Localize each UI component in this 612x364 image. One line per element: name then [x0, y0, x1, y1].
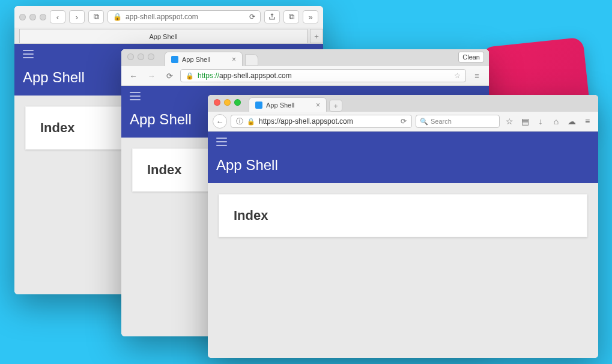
app-title: App Shell [216, 157, 590, 174]
app-bar: App Shell [208, 132, 598, 183]
tab-title: App Shell [149, 33, 177, 40]
tab-title: App Shell [266, 102, 294, 109]
close-window-icon[interactable] [214, 99, 220, 106]
tab-app-shell[interactable]: App Shell × [249, 97, 327, 112]
content-card: Index [219, 194, 587, 237]
new-tab-button[interactable]: + [310, 29, 323, 43]
favicon-icon [255, 102, 262, 109]
clean-button[interactable]: Clean [458, 52, 484, 62]
url-text: https://app-shell.appspot.com [259, 117, 397, 126]
firefox-menu-icon[interactable]: ≡ [581, 115, 593, 128]
search-box[interactable]: 🔍 Search [416, 115, 500, 128]
maximize-window-icon[interactable] [234, 99, 241, 106]
traffic-lights [127, 53, 154, 60]
url-text: app-shell.appspot.com [126, 13, 198, 21]
close-tab-icon[interactable]: × [232, 55, 236, 64]
close-tab-icon[interactable]: × [316, 101, 320, 109]
card-heading: Index [147, 162, 181, 177]
lock-icon: 🔒 [186, 72, 194, 80]
back-button[interactable]: ← [126, 69, 141, 82]
bookmark-icon[interactable]: ☆ [503, 115, 515, 128]
tab-title: App Shell [182, 56, 210, 63]
menu-icon[interactable] [216, 138, 227, 146]
reload-button[interactable]: ⟳ [162, 69, 177, 82]
reload-icon[interactable]: ⟳ [401, 117, 407, 126]
menu-icon[interactable] [130, 92, 141, 100]
search-placeholder: Search [431, 118, 452, 125]
back-button[interactable]: ‹ [50, 10, 65, 23]
bookmark-icon[interactable]: ☆ [454, 71, 461, 80]
traffic-lights [214, 99, 241, 106]
safari-tabstrip: App Shell + [14, 28, 323, 43]
chrome-menu-icon[interactable]: ≡ [470, 69, 484, 82]
lock-icon: 🔒 [247, 118, 255, 126]
forward-button: → [144, 69, 159, 82]
home-icon[interactable]: ⌂ [550, 115, 562, 128]
info-icon[interactable]: ⓘ [236, 117, 243, 127]
chrome-toolbar: ← → ⟳ 🔒 https://app-shell.appspot.com ☆ … [121, 66, 489, 85]
library-icon[interactable]: ▤ [519, 115, 531, 128]
safari-chrome: ‹ › ⧉ 🔒 app-shell.appspot.com ⟳ ⧉ » App … [14, 6, 323, 44]
downloads-icon[interactable]: ↓ [535, 115, 547, 128]
favicon-icon [171, 56, 178, 63]
minimize-window-icon[interactable] [138, 53, 144, 60]
overflow-button[interactable]: » [303, 10, 318, 23]
firefox-tabstrip: App Shell × + [208, 95, 598, 112]
forward-button[interactable]: › [69, 10, 85, 23]
lock-icon: 🔒 [113, 13, 122, 21]
firefox-chrome: App Shell × + ← ⓘ 🔒 https://app-shell.ap… [208, 95, 598, 132]
address-bar[interactable]: 🔒 https://app-shell.appspot.com ☆ [180, 69, 466, 82]
menu-icon[interactable] [23, 50, 34, 58]
chrome-chrome: App Shell × Clean ← → ⟳ 🔒 https://app-sh… [121, 49, 489, 86]
reload-icon[interactable]: ⟳ [249, 13, 255, 21]
minimize-window-icon[interactable] [224, 99, 231, 106]
firefox-toolstrip: ☆ ▤ ↓ ⌂ ☁ ≡ [503, 115, 593, 128]
maximize-window-icon[interactable] [40, 14, 46, 20]
share-icon [268, 13, 276, 20]
search-icon: 🔍 [420, 118, 428, 126]
tabs-button[interactable]: ⧉ [283, 10, 299, 23]
card-heading: Index [40, 120, 74, 135]
firefox-page: App Shell Index [208, 132, 598, 358]
firefox-toolbar: ← ⓘ 🔒 https://app-shell.appspot.com ⟳ 🔍 … [208, 112, 598, 131]
pocket-icon[interactable]: ☁ [566, 115, 578, 128]
new-tab-button[interactable] [245, 54, 258, 66]
address-bar[interactable]: ⓘ 🔒 https://app-shell.appspot.com ⟳ [231, 115, 412, 128]
traffic-lights [19, 14, 46, 20]
back-button[interactable]: ← [213, 114, 227, 129]
safari-toolbar: ‹ › ⧉ 🔒 app-shell.appspot.com ⟳ ⧉ » [14, 6, 323, 28]
card-heading: Index [234, 208, 268, 223]
firefox-window: App Shell × + ← ⓘ 🔒 https://app-shell.ap… [208, 95, 598, 358]
close-window-icon[interactable] [127, 53, 134, 60]
address-bar[interactable]: 🔒 app-shell.appspot.com ⟳ [108, 10, 261, 23]
chrome-tabstrip: App Shell × Clean [121, 49, 489, 66]
new-tab-button[interactable]: + [329, 100, 342, 112]
tab-app-shell[interactable]: App Shell × [165, 52, 243, 66]
url-text: https://app-shell.appspot.com [198, 71, 450, 80]
share-button[interactable] [264, 10, 280, 23]
minimize-window-icon[interactable] [29, 14, 36, 20]
maximize-window-icon[interactable] [148, 53, 154, 60]
sidebar-button[interactable]: ⧉ [88, 10, 104, 23]
tab-app-shell[interactable]: App Shell [19, 29, 308, 43]
close-window-icon[interactable] [19, 14, 26, 20]
